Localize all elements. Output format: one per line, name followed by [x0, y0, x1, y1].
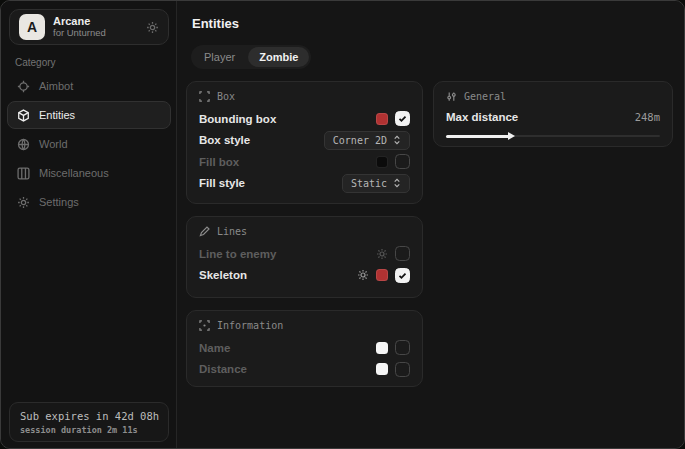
category-label: Category: [15, 57, 56, 68]
checkbox[interactable]: [395, 268, 410, 283]
setting-row-fill-style: Fill style Static: [199, 173, 410, 195]
setting-label: Distance: [199, 363, 247, 375]
checkbox[interactable]: [395, 340, 410, 355]
checkbox[interactable]: [395, 111, 410, 126]
layout-icon: [17, 167, 30, 180]
setting-label: Fill style: [199, 177, 245, 189]
unfold-icon: [393, 178, 401, 188]
subscription-expiry: Sub expires in 42d 08h: [20, 410, 158, 422]
tab-zombie[interactable]: Zombie: [248, 47, 309, 67]
crosshair-icon: [17, 80, 30, 93]
sidebar-item-label: Aimbot: [39, 80, 73, 92]
card-title: Lines: [217, 226, 247, 237]
setting-row-bounding-box: Bounding box: [199, 108, 410, 130]
sidebar-item-entities[interactable]: Entities: [7, 101, 171, 129]
card-title: Box: [217, 91, 235, 102]
app-logo: A: [19, 14, 45, 40]
sidebar-item-label: Settings: [39, 196, 79, 208]
card-title: General: [464, 91, 506, 102]
info-scan-icon: [199, 320, 210, 331]
checkbox[interactable]: [395, 362, 410, 377]
sidebar: A Arcane for Unturned Category A: [1, 1, 177, 448]
setting-label: Fill box: [199, 156, 239, 168]
box-card: Box Bounding box Box style Corner 2D: [186, 81, 423, 204]
sidebar-item-label: Miscellaneous: [39, 167, 109, 179]
sidebar-nav: Aimbot Entities World: [7, 72, 171, 217]
color-swatch[interactable]: [376, 342, 388, 354]
globe-icon: [17, 138, 30, 151]
lines-card: Lines Line to enemy Ske: [186, 216, 423, 298]
setting-label: Max distance: [446, 111, 518, 123]
color-swatch[interactable]: [376, 156, 388, 168]
setting-row-distance: Distance: [199, 359, 410, 381]
pencil-line-icon: [199, 226, 210, 237]
subscription-box: Sub expires in 42d 08h session duration …: [9, 402, 169, 442]
sync-gear-icon[interactable]: [146, 21, 159, 34]
unfold-icon: [393, 135, 401, 145]
sidebar-item-settings[interactable]: Settings: [7, 188, 171, 216]
setting-row-box-style: Box style Corner 2D: [199, 130, 410, 152]
setting-row-line-to-enemy: Line to enemy: [199, 243, 410, 265]
slider-fill: [446, 135, 510, 138]
slider-thumb[interactable]: [508, 132, 515, 140]
max-distance-value: 248m: [635, 111, 660, 123]
dropdown-value: Static: [351, 178, 387, 189]
color-swatch[interactable]: [376, 113, 388, 125]
app-title: Arcane: [53, 15, 106, 28]
sliders-icon: [446, 91, 457, 102]
setting-row-max-distance: Max distance 248m: [446, 108, 660, 126]
fill-style-dropdown[interactable]: Static: [342, 174, 410, 193]
app-subtitle: for Unturned: [53, 28, 106, 39]
card-title: Information: [217, 320, 283, 331]
setting-label: Bounding box: [199, 113, 276, 125]
sidebar-item-label: World: [39, 138, 68, 150]
tab-player[interactable]: Player: [193, 47, 246, 67]
setting-row-name: Name: [199, 337, 410, 359]
sidebar-item-miscellaneous[interactable]: Miscellaneous: [7, 159, 171, 187]
page-title: Entities: [192, 16, 239, 31]
cube-icon: [17, 109, 30, 122]
setting-row-fill-box: Fill box: [199, 151, 410, 173]
main-panel: Entities Player Zombie Box Bounding box: [177, 1, 684, 448]
sidebar-item-aimbot[interactable]: Aimbot: [7, 72, 171, 100]
sidebar-item-label: Entities: [39, 109, 75, 121]
row-settings-gear-icon[interactable]: [376, 248, 388, 260]
setting-row-skeleton: Skeleton: [199, 265, 410, 287]
brand-card: A Arcane for Unturned: [9, 9, 169, 45]
checkbox[interactable]: [395, 246, 410, 261]
general-card: General Max distance 248m: [433, 81, 673, 147]
setting-label: Skeleton: [199, 269, 247, 281]
box-style-dropdown[interactable]: Corner 2D: [324, 131, 410, 150]
entity-tabs: Player Zombie: [191, 45, 311, 69]
session-duration: session duration 2m 11s: [20, 425, 158, 435]
checkbox[interactable]: [395, 154, 410, 169]
box-corners-icon: [199, 91, 210, 102]
gear-icon: [17, 196, 30, 209]
dropdown-value: Corner 2D: [333, 135, 387, 146]
setting-label: Line to enemy: [199, 248, 276, 260]
row-settings-gear-icon[interactable]: [357, 269, 369, 281]
setting-label: Name: [199, 342, 230, 354]
app-window: A Arcane for Unturned Category A: [0, 0, 685, 449]
information-card: Information Name Distance: [186, 310, 423, 387]
color-swatch[interactable]: [376, 269, 388, 281]
sidebar-item-world[interactable]: World: [7, 130, 171, 158]
setting-label: Box style: [199, 134, 250, 146]
max-distance-slider[interactable]: [446, 131, 660, 141]
color-swatch[interactable]: [376, 363, 388, 375]
